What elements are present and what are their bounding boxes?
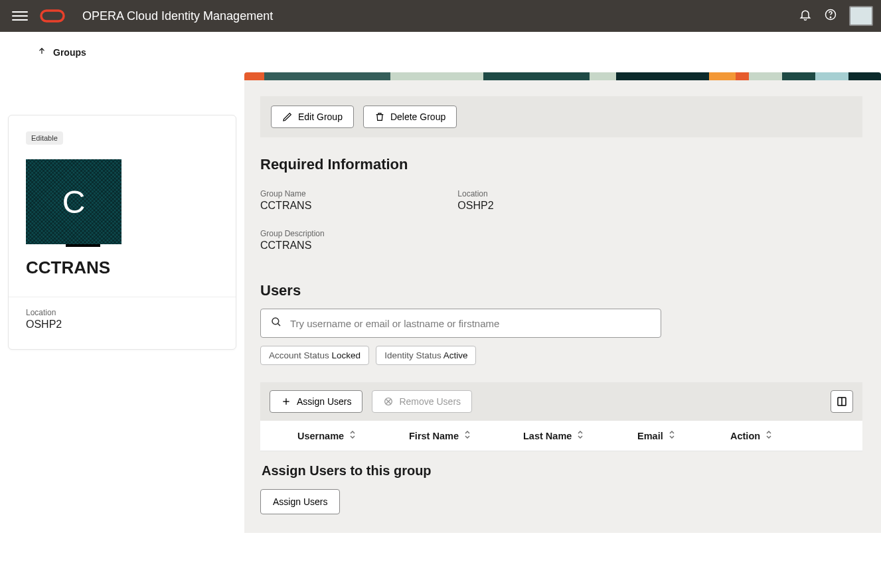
remove-users-label: Remove Users	[399, 396, 461, 407]
svg-point-3	[272, 318, 279, 325]
group-name-label: Group Name	[260, 189, 311, 198]
delete-group-label: Delete Group	[390, 111, 445, 122]
sort-icon	[464, 430, 471, 441]
delete-group-button[interactable]: Delete Group	[363, 106, 457, 128]
detail-panel: Edit Group Delete Group Required Informa…	[244, 72, 881, 533]
users-table: Username First Name Last Name Email	[260, 421, 862, 451]
breadcrumb-label: Groups	[53, 47, 86, 58]
oracle-logo	[40, 8, 65, 24]
assign-users-cta-label: Assign Users	[273, 496, 327, 507]
user-search[interactable]	[260, 309, 661, 338]
sort-icon	[765, 430, 772, 441]
group-tile: C	[26, 159, 121, 244]
required-info-title: Required Information	[260, 156, 862, 173]
location-label-detail: Location	[457, 189, 493, 198]
group-action-bar: Edit Group Delete Group	[260, 96, 862, 137]
edit-group-button[interactable]: Edit Group	[271, 106, 354, 128]
trash-icon	[374, 111, 385, 122]
app-title: OPERA Cloud Identity Management	[82, 9, 799, 23]
group-desc-value: CCTRANS	[260, 240, 862, 252]
user-search-input[interactable]	[290, 318, 651, 329]
sort-icon	[669, 430, 675, 441]
pencil-icon	[282, 111, 293, 122]
svg-rect-0	[41, 11, 64, 21]
group-desc-label: Group Description	[260, 229, 862, 238]
sort-icon	[349, 430, 356, 441]
users-title: Users	[260, 282, 862, 299]
account-status-chip[interactable]: Account Status Locked	[260, 346, 369, 365]
identity-status-chip[interactable]: Identity Status Active	[376, 346, 476, 365]
chip-value: Active	[443, 350, 468, 360]
location-block: Location OSHP2	[457, 189, 493, 212]
chip-label: Identity Status	[384, 350, 441, 360]
columns-icon	[836, 396, 848, 407]
app-header: OPERA Cloud Identity Management	[0, 0, 881, 32]
assign-users-label: Assign Users	[297, 396, 351, 407]
col-username[interactable]: Username	[289, 430, 401, 441]
chip-label: Account Status	[269, 350, 329, 360]
edit-group-label: Edit Group	[298, 111, 343, 122]
filter-chips: Account Status Locked Identity Status Ac…	[260, 346, 862, 365]
group-name-value: CCTRANS	[260, 200, 311, 212]
col-lastname[interactable]: Last Name	[515, 430, 629, 441]
group-initial: C	[62, 184, 86, 220]
bell-icon[interactable]	[799, 8, 812, 24]
editable-badge: Editable	[26, 131, 63, 145]
assign-users-cta[interactable]: Assign Users	[260, 489, 340, 514]
remove-circle-icon	[383, 396, 394, 407]
group-summary-card: Editable C CCTRANS Location OSHP2	[8, 115, 236, 350]
table-header: Username First Name Last Name Email	[260, 421, 862, 451]
svg-point-2	[830, 17, 831, 18]
help-icon[interactable]	[824, 8, 837, 24]
group-name-block: Group Name CCTRANS	[260, 189, 311, 212]
remove-users-button: Remove Users	[372, 390, 472, 413]
assign-users-button[interactable]: Assign Users	[270, 390, 362, 413]
search-icon	[270, 316, 282, 331]
avatar[interactable]	[849, 6, 873, 26]
sort-icon	[577, 430, 584, 441]
arrow-up-icon	[37, 46, 46, 58]
left-column: Editable C CCTRANS Location OSHP2	[8, 72, 236, 533]
decorative-banner	[244, 72, 881, 80]
location-label: Location	[26, 308, 218, 317]
col-email[interactable]: Email	[629, 430, 722, 441]
chip-value: Locked	[332, 350, 361, 360]
col-firstname[interactable]: First Name	[401, 430, 515, 441]
col-action[interactable]: Action	[722, 430, 815, 441]
menu-icon[interactable]	[12, 8, 28, 24]
assign-users-title: Assign Users to this group	[262, 463, 862, 478]
location-value: OSHP2	[26, 319, 218, 331]
group-name-heading: CCTRANS	[26, 257, 218, 278]
users-toolbar: Assign Users Remove Users	[260, 382, 862, 421]
group-desc-block: Group Description CCTRANS	[260, 229, 862, 252]
plus-icon	[281, 396, 291, 407]
location-value-detail: OSHP2	[457, 200, 493, 212]
columns-toggle-button[interactable]	[831, 390, 853, 413]
breadcrumb-groups[interactable]: Groups	[0, 32, 881, 72]
